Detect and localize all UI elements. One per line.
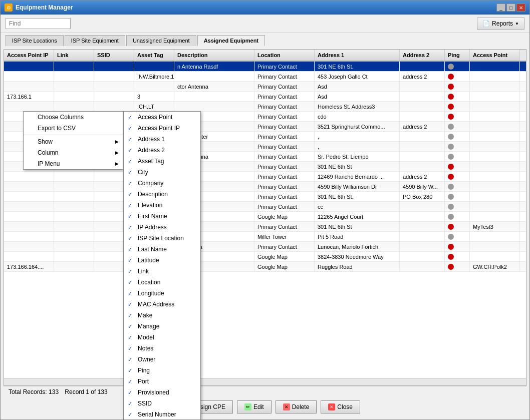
edit-button[interactable]: ✏ Edit <box>237 400 272 413</box>
submenu-label: Serial Number <box>138 411 176 418</box>
cell-ap <box>470 82 520 91</box>
table-row[interactable]: r' Primary Contact 12469 Rancho Bernardo… <box>4 172 526 182</box>
cell-ap: GW.CH.Polk2 <box>470 262 520 271</box>
ping-indicator <box>448 94 454 100</box>
window-close-button[interactable]: ✕ <box>516 4 525 12</box>
check-icon <box>128 323 136 330</box>
submenu-item-address2[interactable]: Address 2 <box>124 145 200 156</box>
table-row[interactable]: .NW.Biltmore.10 Primary Contact 453 Jose… <box>4 72 526 82</box>
submenu-item-manage[interactable]: Manage <box>124 321 200 332</box>
submenu-item-serial-number[interactable]: Serial Number <box>124 409 200 419</box>
cell-addr1: , <box>315 132 400 141</box>
submenu-item-company[interactable]: Company <box>124 178 200 189</box>
cell-link <box>54 242 94 251</box>
table-row[interactable]: n Antenna Rasdf Primary Contact 301 NE 6… <box>4 62 526 72</box>
cell-ip <box>4 202 54 211</box>
submenu-item-isp-site-location[interactable]: ISP Site Location <box>124 233 200 244</box>
cell-ip <box>4 72 54 81</box>
submenu-item-access-point-ip[interactable]: Access Point IP <box>124 123 200 134</box>
table-row[interactable]: sionSixPointOne Primary Contact 301 NE 6… <box>4 222 526 232</box>
cell-ping <box>445 82 470 91</box>
col-header-ping: Ping <box>445 50 470 61</box>
maximize-button[interactable]: □ <box>506 4 515 12</box>
table-row[interactable]: 173.166.1 3 Primary Contact Asd <box>4 92 526 102</box>
menu-show[interactable]: Show ▶ <box>24 136 123 147</box>
status-bar: Total Records: 133 Record 1 of 133 <box>4 386 526 397</box>
submenu-label: Access Point IP <box>138 125 180 132</box>
ping-indicator <box>448 134 454 140</box>
table-row[interactable]: n Antenna Primary Contact Lunocan, Manol… <box>4 242 526 252</box>
cell-ping <box>445 102 470 111</box>
submenu-item-owner[interactable]: Owner <box>124 354 200 365</box>
submenu-item-city[interactable]: City <box>124 167 200 178</box>
submenu-item-longitude[interactable]: Longitude <box>124 288 200 299</box>
ping-indicator <box>448 254 454 260</box>
menu-column[interactable]: Column ▶ <box>24 147 123 158</box>
submenu-item-description[interactable]: Description <box>124 189 200 200</box>
cell-addr1: Pit 5 Road <box>315 232 400 241</box>
tab-assigned-equipment[interactable]: Assigned Equipment <box>197 35 265 46</box>
cell-addr1: cdo <box>315 112 400 121</box>
cell-ap <box>470 62 520 71</box>
submenu-item-asset-tag[interactable]: Asset Tag <box>124 156 200 167</box>
table-row[interactable]: tenna Primary Contact 4590 Billy William… <box>4 182 526 192</box>
table-row[interactable]: 173.166.164.... .CH.524.13.172 Google Ma… <box>4 262 526 272</box>
cell-loc: Primary Contact <box>254 152 315 161</box>
cell-addr1: Ruggles Road <box>315 262 400 271</box>
cell-addr2: address 2 <box>400 172 445 181</box>
table-row[interactable]: peater Miller Tower Pit 5 Road <box>4 232 526 242</box>
submenu-item-notes[interactable]: Notes <box>124 343 200 354</box>
cell-ip <box>4 212 54 221</box>
grid-body[interactable]: n Antenna Rasdf Primary Contact 301 NE 6… <box>4 62 526 378</box>
close-label: Close <box>337 403 353 410</box>
tab-isp-site-locations[interactable]: ISP Site Locations <box>6 35 64 46</box>
menu-choose-columns[interactable]: Choose Columns <box>24 112 123 123</box>
submenu-label: Description <box>138 191 168 198</box>
submenu-item-ping[interactable]: Ping <box>124 365 200 376</box>
submenu-item-port[interactable]: Port <box>124 376 200 387</box>
submenu-item-location[interactable]: Location <box>124 277 200 288</box>
reports-button[interactable]: 📄 Reports ▼ <box>477 18 524 30</box>
submenu-item-access-point[interactable]: Access Point <box>124 112 200 123</box>
cell-addr1: Asd <box>315 82 400 91</box>
close-button[interactable]: ✕ Close <box>321 400 360 413</box>
submenu-item-provisioned[interactable]: Provisioned <box>124 387 200 398</box>
submenu-item-ssid[interactable]: SSID <box>124 398 200 409</box>
minimize-button[interactable]: _ <box>496 4 505 12</box>
menu-export-csv[interactable]: Export to CSV <box>24 123 123 134</box>
tab-isp-site-equipment[interactable]: ISP Site Equipment <box>65 35 125 46</box>
find-input[interactable] <box>6 18 71 29</box>
total-records: Total Records: 133 <box>9 388 59 395</box>
submenu-item-elevation[interactable]: Elevation <box>124 200 200 211</box>
check-icon <box>128 246 136 253</box>
tab-unassigned-equipment[interactable]: Unassigned Equipment <box>126 35 196 46</box>
submenu-item-make[interactable]: Make <box>124 310 200 321</box>
submenu-label: Port <box>138 378 149 385</box>
cell-ap <box>470 132 520 141</box>
submenu-item-model[interactable]: Model <box>124 332 200 343</box>
horizontal-scrollbar[interactable] <box>4 378 526 385</box>
menu-ip-menu[interactable]: IP Menu ▶ <box>24 158 123 169</box>
table-row[interactable]: ch1234 Primary Contact 301 NE 6th St. PO… <box>4 192 526 202</box>
submenu-label: Notes <box>138 345 153 352</box>
check-icon <box>128 136 136 143</box>
table-row[interactable]: .CH.LT Primary Contact Homeless St. Addr… <box>4 102 526 112</box>
check-icon <box>128 411 136 418</box>
table-row[interactable]: ctor Antenna Primary Contact Asd <box>4 82 526 92</box>
cell-link <box>54 212 94 221</box>
submenu-item-latitude[interactable]: Latitude <box>124 255 200 266</box>
cell-addr1: Sr. Pedro St. Liempo <box>315 152 400 161</box>
submenu-item-address1[interactable]: Address 1 <box>124 134 200 145</box>
table-row[interactable]: tenna Google Map 12265 Angel Court <box>4 212 526 222</box>
col-header-addr1: Address 1 <box>315 50 400 61</box>
submenu-item-mac-address[interactable]: MAC Address <box>124 299 200 310</box>
submenu-item-first-name[interactable]: First Name <box>124 211 200 222</box>
submenu-item-ip-address[interactable]: IP Address <box>124 222 200 233</box>
table-row[interactable]: Radio Primary Contact cc <box>4 202 526 212</box>
submenu-item-link[interactable]: Link <box>124 266 200 277</box>
table-row[interactable]: .CH.PennmarkII.10 Google Map 3824-3830 N… <box>4 252 526 262</box>
delete-button[interactable]: ✕ Delete <box>276 400 317 413</box>
cell-link <box>54 182 94 191</box>
cell-ip <box>4 252 54 261</box>
submenu-item-last-name[interactable]: Last Name <box>124 244 200 255</box>
